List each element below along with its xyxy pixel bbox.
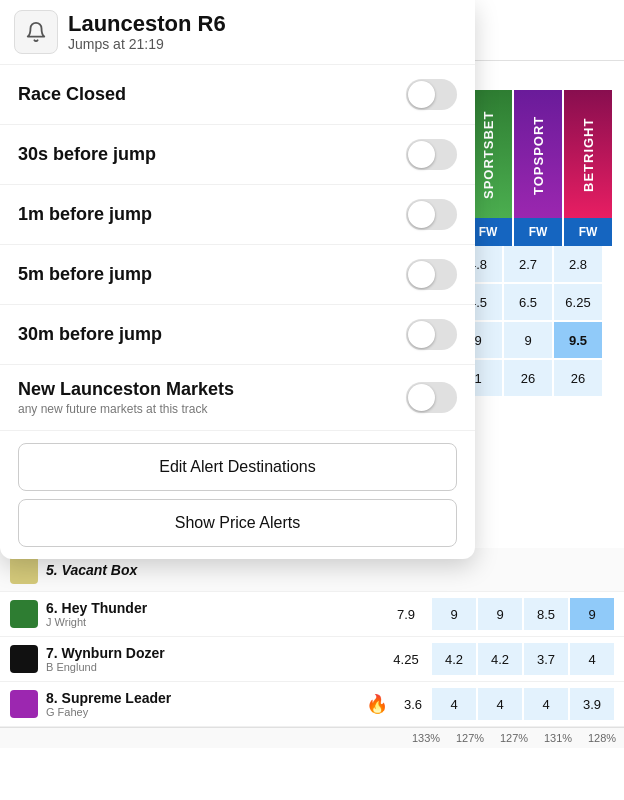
- dog-row-8: 8. Supreme Leader G Fahey 🔥 3.6 4 4 4 3.…: [0, 682, 624, 727]
- pct-2: 127%: [448, 732, 492, 744]
- dropdown-panel: Launceston R6 Jumps at 21:19 Race Closed…: [0, 0, 475, 559]
- odds-row-2: 4.5 6.5 6.25: [454, 284, 624, 320]
- toggle-30m-label: 30m before jump: [18, 324, 162, 345]
- show-price-alerts-button[interactable]: Show Price Alerts: [18, 499, 457, 547]
- bookie-betright: BETRIGHT: [564, 90, 612, 220]
- toggle-new-markets-label: New Launceston Markets: [18, 379, 234, 400]
- toggle-new-markets-sub: any new future markets at this track: [18, 402, 234, 416]
- toggle-30m-switch[interactable]: [406, 319, 457, 350]
- pct-4: 131%: [536, 732, 580, 744]
- percent-row: 133% 127% 127% 131% 128%: [0, 727, 624, 748]
- dog-row-6: 6. Hey Thunder J Wright 7.9 9 9 8.5 9: [0, 592, 624, 637]
- dog-first-odd-7: 4.25: [388, 652, 424, 667]
- toggle-5m-switch[interactable]: [406, 259, 457, 290]
- toggle-1m-label: 1m before jump: [18, 204, 152, 225]
- dog-odds-7: 4.2 4.2 3.7 4: [432, 643, 614, 675]
- dog-trainer-6: J Wright: [46, 616, 380, 628]
- bell-button[interactable]: [14, 10, 58, 54]
- dog-swatch-5: [10, 556, 38, 584]
- dog-swatch-6: [10, 600, 38, 628]
- pct-3: 127%: [492, 732, 536, 744]
- dog-trainer-7: B Englund: [46, 661, 380, 673]
- dog-swatch-7: [10, 645, 38, 673]
- toggle-30m: 30m before jump: [0, 305, 475, 365]
- dog-first-odd-8: 3.6: [398, 697, 428, 712]
- dog-name-7: 7. Wynburn Dozer: [46, 645, 380, 661]
- toggle-1m-switch[interactable]: [406, 199, 457, 230]
- bookie-topsport: TOPSPORT: [514, 90, 562, 220]
- dog-name-6: 6. Hey Thunder: [46, 600, 380, 616]
- pct-1: 133%: [404, 732, 448, 744]
- odds-table: 4.8 2.7 2.8 4.5 6.5 6.25 9 9 9.5 1 26 26: [454, 246, 624, 398]
- toggle-30s-label: 30s before jump: [18, 144, 156, 165]
- dropdown-header: Launceston R6 Jumps at 21:19: [0, 0, 475, 65]
- dog-info-8: 8. Supreme Leader G Fahey: [46, 690, 360, 718]
- toggle-race-closed-switch[interactable]: [406, 79, 457, 110]
- dog-trainer-8: G Fahey: [46, 706, 360, 718]
- odds-row-3: 9 9 9.5: [454, 322, 624, 358]
- toggle-1m: 1m before jump: [0, 185, 475, 245]
- dog-row-7: 7. Wynburn Dozer B Englund 4.25 4.2 4.2 …: [0, 637, 624, 682]
- toggle-new-markets-switch[interactable]: [406, 382, 457, 413]
- fw-cell-2: FW: [514, 218, 562, 246]
- dropdown-subtitle: Jumps at 21:19: [68, 36, 226, 52]
- dog-swatch-8: [10, 690, 38, 718]
- dog-info-6: 6. Hey Thunder J Wright: [46, 600, 380, 628]
- dog-first-odd-6: 7.9: [388, 607, 424, 622]
- odds-row-4: 1 26 26: [454, 360, 624, 396]
- dog-odds-6: 9 9 8.5 9: [432, 598, 614, 630]
- toggle-5m-label: 5m before jump: [18, 264, 152, 285]
- toggle-race-closed: Race Closed: [0, 65, 475, 125]
- toggle-race-closed-label: Race Closed: [18, 84, 126, 105]
- fw-row: FW FW FW: [464, 218, 624, 246]
- toggle-new-markets: New Launceston Markets any new future ma…: [0, 365, 475, 431]
- dog-info-5: 5. Vacant Box: [46, 562, 614, 578]
- fire-icon-8: 🔥: [366, 693, 388, 715]
- fw-cell-3: FW: [564, 218, 612, 246]
- odds-row-1: 4.8 2.7 2.8: [454, 246, 624, 282]
- dog-info-7: 7. Wynburn Dozer B Englund: [46, 645, 380, 673]
- toggle-30s-switch[interactable]: [406, 139, 457, 170]
- dog-odds-8: 4 4 4 3.9: [432, 688, 614, 720]
- dog-name-5: 5. Vacant Box: [46, 562, 614, 578]
- edit-destinations-button[interactable]: Edit Alert Destinations: [18, 443, 457, 491]
- dog-rows: 5. Vacant Box 6. Hey Thunder J Wright 7.…: [0, 548, 624, 748]
- pct-5: 128%: [580, 732, 624, 744]
- toggle-5m: 5m before jump: [0, 245, 475, 305]
- dropdown-title: Launceston R6: [68, 12, 226, 36]
- dog-name-8: 8. Supreme Leader: [46, 690, 360, 706]
- toggle-30s: 30s before jump: [0, 125, 475, 185]
- bookmaker-headers: SPORTSBET TOPSPORT BETRIGHT: [464, 90, 624, 220]
